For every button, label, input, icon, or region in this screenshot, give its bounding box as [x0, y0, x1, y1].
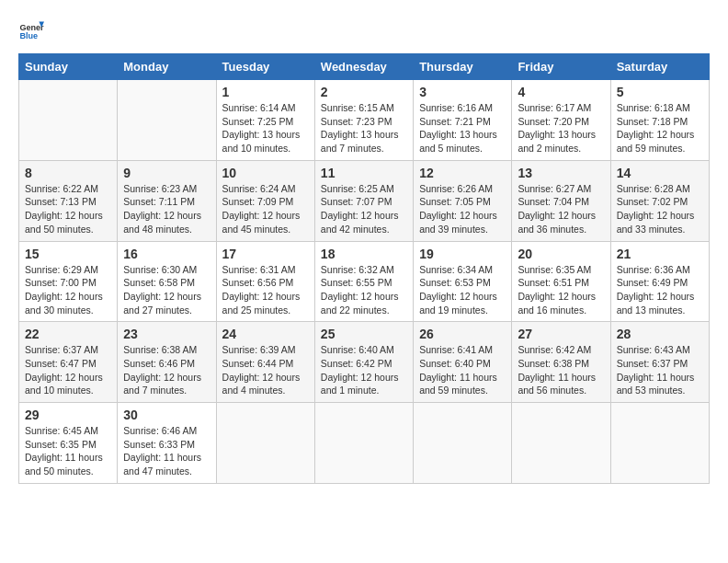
calendar-cell	[512, 403, 610, 484]
day-number: 1	[222, 85, 309, 99]
calendar-cell: 23 Sunrise: 6:38 AMSunset: 6:46 PMDaylig…	[118, 322, 216, 403]
calendar-cell	[216, 403, 314, 484]
day-number: 12	[419, 166, 506, 180]
day-number: 25	[321, 327, 407, 341]
day-info: Sunrise: 6:34 AMSunset: 6:53 PMDaylight:…	[419, 264, 497, 316]
day-header-friday: Friday	[512, 54, 610, 80]
day-number: 9	[123, 166, 210, 180]
calendar-cell: 16 Sunrise: 6:30 AMSunset: 6:58 PMDaylig…	[118, 241, 216, 322]
day-number: 26	[419, 327, 506, 341]
day-number: 4	[518, 85, 604, 99]
day-info: Sunrise: 6:16 AMSunset: 7:21 PMDaylight:…	[419, 102, 497, 154]
day-number: 27	[518, 327, 604, 341]
day-info: Sunrise: 6:22 AMSunset: 7:13 PMDaylight:…	[25, 183, 103, 235]
day-number: 8	[25, 166, 111, 180]
calendar-cell: 12 Sunrise: 6:26 AMSunset: 7:05 PMDaylig…	[414, 160, 512, 241]
page-header: General Blue	[18, 18, 710, 44]
day-number: 21	[617, 247, 703, 261]
day-info: Sunrise: 6:38 AMSunset: 6:46 PMDaylight:…	[123, 344, 201, 396]
calendar-cell: 17 Sunrise: 6:31 AMSunset: 6:56 PMDaylig…	[216, 241, 314, 322]
calendar-cell: 14 Sunrise: 6:28 AMSunset: 7:02 PMDaylig…	[610, 160, 709, 241]
calendar-week-row: 15 Sunrise: 6:29 AMSunset: 7:00 PMDaylig…	[19, 241, 710, 322]
day-info: Sunrise: 6:41 AMSunset: 6:40 PMDaylight:…	[419, 344, 497, 396]
day-info: Sunrise: 6:32 AMSunset: 6:55 PMDaylight:…	[321, 264, 399, 316]
day-number: 3	[419, 85, 506, 99]
day-number: 13	[518, 166, 604, 180]
day-info: Sunrise: 6:15 AMSunset: 7:23 PMDaylight:…	[321, 102, 399, 154]
day-number: 28	[617, 327, 703, 341]
day-info: Sunrise: 6:17 AMSunset: 7:20 PMDaylight:…	[518, 102, 596, 154]
calendar-cell: 24 Sunrise: 6:39 AMSunset: 6:44 PMDaylig…	[216, 322, 314, 403]
calendar-cell: 18 Sunrise: 6:32 AMSunset: 6:55 PMDaylig…	[314, 241, 413, 322]
day-info: Sunrise: 6:25 AMSunset: 7:07 PMDaylight:…	[321, 183, 399, 235]
day-info: Sunrise: 6:31 AMSunset: 6:56 PMDaylight:…	[222, 264, 301, 316]
day-info: Sunrise: 6:28 AMSunset: 7:02 PMDaylight:…	[617, 183, 695, 235]
day-header-saturday: Saturday	[610, 54, 709, 80]
calendar-cell: 4 Sunrise: 6:17 AMSunset: 7:20 PMDayligh…	[512, 80, 610, 161]
day-info: Sunrise: 6:42 AMSunset: 6:38 PMDaylight:…	[518, 344, 596, 396]
day-info: Sunrise: 6:36 AMSunset: 6:49 PMDaylight:…	[617, 264, 695, 316]
day-number: 11	[321, 166, 407, 180]
calendar-cell: 5 Sunrise: 6:18 AMSunset: 7:18 PMDayligh…	[610, 80, 709, 161]
day-number: 30	[123, 408, 210, 422]
day-info: Sunrise: 6:43 AMSunset: 6:37 PMDaylight:…	[617, 344, 695, 396]
day-info: Sunrise: 6:29 AMSunset: 7:00 PMDaylight:…	[25, 264, 103, 316]
calendar-cell: 27 Sunrise: 6:42 AMSunset: 6:38 PMDaylig…	[512, 322, 610, 403]
day-header-tuesday: Tuesday	[216, 54, 314, 80]
calendar-cell	[118, 80, 216, 161]
calendar-cell: 28 Sunrise: 6:43 AMSunset: 6:37 PMDaylig…	[610, 322, 709, 403]
calendar-cell: 19 Sunrise: 6:34 AMSunset: 6:53 PMDaylig…	[414, 241, 512, 322]
day-header-monday: Monday	[118, 54, 216, 80]
svg-text:Blue: Blue	[19, 31, 38, 40]
day-number: 17	[222, 247, 309, 261]
day-header-wednesday: Wednesday	[314, 54, 413, 80]
calendar-cell	[314, 403, 413, 484]
calendar-cell	[414, 403, 512, 484]
logo: General Blue	[18, 18, 44, 44]
day-number: 14	[617, 166, 703, 180]
calendar-cell: 2 Sunrise: 6:15 AMSunset: 7:23 PMDayligh…	[314, 80, 413, 161]
day-info: Sunrise: 6:37 AMSunset: 6:47 PMDaylight:…	[25, 344, 103, 396]
day-info: Sunrise: 6:27 AMSunset: 7:04 PMDaylight:…	[518, 183, 596, 235]
day-number: 5	[617, 85, 703, 99]
calendar-cell: 29 Sunrise: 6:45 AMSunset: 6:35 PMDaylig…	[19, 403, 118, 484]
day-number: 22	[25, 327, 111, 341]
day-info: Sunrise: 6:39 AMSunset: 6:44 PMDaylight:…	[222, 344, 301, 396]
day-info: Sunrise: 6:40 AMSunset: 6:42 PMDaylight:…	[321, 344, 399, 396]
calendar-cell	[610, 403, 709, 484]
day-header-thursday: Thursday	[414, 54, 512, 80]
day-number: 10	[222, 166, 309, 180]
day-number: 2	[321, 85, 407, 99]
calendar-week-row: 8 Sunrise: 6:22 AMSunset: 7:13 PMDayligh…	[19, 160, 710, 241]
day-info: Sunrise: 6:45 AMSunset: 6:35 PMDaylight:…	[25, 425, 103, 477]
calendar-cell: 22 Sunrise: 6:37 AMSunset: 6:47 PMDaylig…	[19, 322, 118, 403]
calendar-cell: 15 Sunrise: 6:29 AMSunset: 7:00 PMDaylig…	[19, 241, 118, 322]
day-info: Sunrise: 6:23 AMSunset: 7:11 PMDaylight:…	[123, 183, 201, 235]
calendar-cell: 21 Sunrise: 6:36 AMSunset: 6:49 PMDaylig…	[610, 241, 709, 322]
calendar-cell	[19, 80, 118, 161]
day-number: 29	[25, 408, 111, 422]
day-number: 18	[321, 247, 407, 261]
calendar-week-row: 29 Sunrise: 6:45 AMSunset: 6:35 PMDaylig…	[19, 403, 710, 484]
day-number: 15	[25, 247, 111, 261]
calendar-cell: 25 Sunrise: 6:40 AMSunset: 6:42 PMDaylig…	[314, 322, 413, 403]
day-number: 16	[123, 247, 210, 261]
day-header-sunday: Sunday	[19, 54, 118, 80]
day-info: Sunrise: 6:14 AMSunset: 7:25 PMDaylight:…	[222, 102, 301, 154]
day-info: Sunrise: 6:18 AMSunset: 7:18 PMDaylight:…	[617, 102, 695, 154]
day-info: Sunrise: 6:46 AMSunset: 6:33 PMDaylight:…	[123, 425, 201, 477]
calendar-cell: 3 Sunrise: 6:16 AMSunset: 7:21 PMDayligh…	[414, 80, 512, 161]
day-info: Sunrise: 6:30 AMSunset: 6:58 PMDaylight:…	[123, 264, 201, 316]
calendar-cell: 11 Sunrise: 6:25 AMSunset: 7:07 PMDaylig…	[314, 160, 413, 241]
day-number: 20	[518, 247, 604, 261]
calendar-week-row: 1 Sunrise: 6:14 AMSunset: 7:25 PMDayligh…	[19, 80, 710, 161]
calendar-cell: 10 Sunrise: 6:24 AMSunset: 7:09 PMDaylig…	[216, 160, 314, 241]
calendar-header-row: SundayMondayTuesdayWednesdayThursdayFrid…	[19, 54, 710, 80]
logo-icon: General Blue	[18, 18, 44, 44]
day-number: 24	[222, 327, 309, 341]
day-info: Sunrise: 6:35 AMSunset: 6:51 PMDaylight:…	[518, 264, 596, 316]
calendar-table: SundayMondayTuesdayWednesdayThursdayFrid…	[18, 53, 710, 484]
calendar-cell: 30 Sunrise: 6:46 AMSunset: 6:33 PMDaylig…	[118, 403, 216, 484]
calendar-cell: 1 Sunrise: 6:14 AMSunset: 7:25 PMDayligh…	[216, 80, 314, 161]
day-number: 19	[419, 247, 506, 261]
